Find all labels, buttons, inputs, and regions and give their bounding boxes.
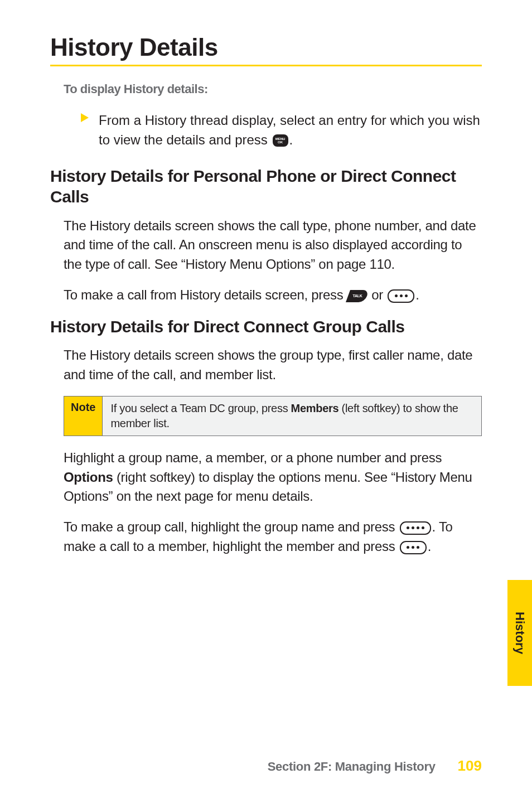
note-pre: If you select a Team DC group, press: [110, 402, 291, 414]
p2-pre: To make a call from History details scre…: [64, 287, 347, 302]
subheading-personal: History Details for Personal Phone or Di…: [50, 166, 482, 207]
dot: [405, 294, 408, 297]
dot: [422, 526, 424, 529]
dot: [417, 526, 419, 529]
title-rule: [50, 65, 482, 66]
instruction-item: From a History thread display, select an…: [81, 111, 482, 150]
paragraph-personal-2: To make a call from History details scre…: [64, 286, 482, 305]
g3-post: .: [428, 539, 431, 554]
dot: [412, 546, 414, 549]
dot: [407, 546, 409, 549]
g2-mid: (right softkey) to display the options m…: [64, 470, 472, 504]
talk-icon: TALK: [346, 290, 369, 302]
menu-ok-icon: MENU OK: [273, 134, 288, 147]
dots-4-icon: [400, 521, 431, 535]
p2-or: or: [368, 287, 386, 302]
instruction-text-post: .: [289, 132, 293, 147]
paragraph-group-1: The History details screen shows the gro…: [64, 346, 482, 385]
dot: [412, 526, 414, 529]
g2-bold: Options: [64, 470, 113, 485]
paragraph-group-3: To make a group call, highlight the grou…: [64, 518, 482, 557]
p2-post: .: [415, 287, 419, 302]
note-label: Note: [64, 396, 103, 436]
note-body: If you select a Team DC group, press Mem…: [103, 396, 481, 436]
intro-heading: To display History details:: [64, 82, 482, 96]
dots-icon: [388, 289, 414, 303]
bullet-arrow-icon: [81, 113, 89, 122]
footer: Section 2F: Managing History 109: [50, 757, 482, 775]
menu-ok-icon-label: MENU OK: [273, 137, 288, 144]
note-bold: Members: [291, 402, 339, 414]
g3-pre: To make a group call, highlight the grou…: [64, 519, 399, 534]
footer-page-number: 109: [458, 757, 482, 775]
side-tab: History: [507, 580, 532, 686]
footer-section: Section 2F: Managing History: [268, 760, 436, 774]
paragraph-group-2: Highlight a group name, a member, or a p…: [64, 448, 482, 506]
side-tab-label: History: [512, 612, 527, 654]
paragraph-personal-1: The History details screen shows the cal…: [64, 216, 482, 274]
dot: [417, 546, 419, 549]
instruction-list: From a History thread display, select an…: [81, 111, 482, 150]
dot: [395, 294, 398, 297]
subheading-group: History Details for Direct Connect Group…: [50, 316, 482, 337]
g2-pre: Highlight a group name, a member, or a p…: [64, 450, 442, 465]
dot: [407, 526, 409, 529]
page-title: History Details: [50, 33, 482, 61]
note-box: Note If you select a Team DC group, pres…: [64, 396, 482, 436]
dot: [400, 294, 403, 297]
talk-icon-label: TALK: [348, 290, 367, 302]
dots-icon: [400, 541, 427, 554]
